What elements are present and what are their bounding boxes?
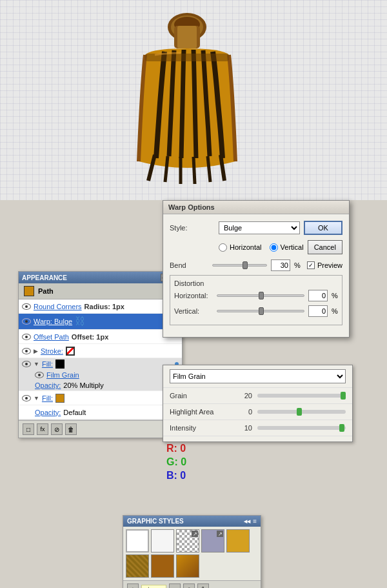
h-dist-input[interactable] [308,290,328,301]
opacity-value: 20% Multiply [63,381,103,389]
gs-import-btn[interactable]: ⊕ [183,583,195,588]
fg-grain-row: Grain 20 [163,388,352,404]
v-dist-pct: % [332,307,338,315]
gs-bottom-toolbar: + straws → ⊕ 🗑 [123,580,261,588]
graphic-styles-panel: GRAPHIC STYLES ◂◂ ≡ ↗ ↗ [123,515,261,588]
row-stroke[interactable]: ▶ Stroke: [19,344,182,358]
fg-grain-slider[interactable] [257,394,346,398]
appearance-path-header: Path ▲ [19,283,182,299]
gs-swatch-1[interactable] [126,529,149,553]
v-dist-label: Vertical: [174,307,213,315]
horizontal-radio[interactable] [219,243,227,252]
row-opacity-default[interactable]: Opacity: Default ▼ [19,405,182,420]
h-dist-row: Horizontal: % [174,290,338,301]
fg-highlight-thumb[interactable] [297,408,302,416]
gs-swatch-7[interactable] [151,554,174,578]
eye-offset-path[interactable] [22,334,31,340]
opacity-default-label[interactable]: Opacity: [22,409,61,416]
round-corners-value: Radius: 1px [84,303,124,310]
gs-swatch-4[interactable]: ↗ [201,529,224,553]
gs-tag-label: straws [141,585,166,589]
delete-btn[interactable]: 🗑 [65,423,77,435]
broom-image [116,6,258,187]
row-warp-bulge[interactable]: Warp: Bulge ⛓ [19,314,182,330]
fill-orange-label[interactable]: Fill: [42,394,53,402]
gs-arrow-btn[interactable]: → [169,583,181,588]
fg-highlight-row: Highlight Area 0 [163,404,352,420]
row-round-corners[interactable]: Round Corners Radius: 1px [19,299,182,314]
fg-intensity-label: Intensity [170,424,228,432]
preview-row: Preview [307,261,342,269]
gs-controls: ◂◂ ≡ [244,518,257,525]
eye-fill-orange[interactable] [22,395,31,401]
rgb-g: G: 0 [166,456,186,469]
fg-intensity-thumb[interactable] [339,424,344,432]
bend-slider-track[interactable] [212,264,267,267]
appearance-panel: APPEARANCE ◂◂ ✕ Path ▲ Round Corners Rad… [18,271,183,438]
v-dist-thumb[interactable] [259,307,264,315]
ok-button[interactable]: OK [304,221,342,235]
film-grain-panel: Film Grain Grain 20 Highlight Area 0 Int… [163,365,353,442]
vertical-radio[interactable] [270,243,278,252]
film-grain-row[interactable]: Film Grain fx [22,371,179,379]
offset-path-label[interactable]: Offset Path [34,333,69,341]
rgb-b: B: 0 [166,469,186,483]
style-select[interactable]: Bulge [219,221,300,234]
fill-black-swatch[interactable] [55,360,64,369]
gs-swatch-8[interactable] [176,554,199,578]
add-effect-btn[interactable]: fx [37,423,48,435]
horizontal-radio-label[interactable]: Horizontal [219,243,262,252]
row-fill-orange[interactable]: ▼ Fill: [19,391,182,405]
gs-swatch-2[interactable] [151,529,174,553]
horizontal-label: Horizontal [230,243,262,251]
preview-checkbox[interactable] [307,261,315,269]
cancel-button[interactable]: Cancel [308,240,342,254]
fg-grain-label: Grain [170,392,228,400]
fg-grain-thumb[interactable] [341,392,346,400]
gs-double-arrow: ◂◂ [244,518,250,525]
fill-black-inner: ▼ Fill: [22,360,179,369]
h-dist-slider[interactable] [217,294,304,297]
fg-intensity-slider[interactable] [257,426,346,430]
opacity-multiply-row[interactable]: Opacity: 20% Multiply [22,381,179,389]
gs-delete-btn[interactable]: 🗑 [197,583,209,588]
gs-titlebar: GRAPHIC STYLES ◂◂ ≡ [123,516,261,527]
eye-fill-black[interactable] [22,361,31,367]
eye-stroke[interactable] [22,348,31,354]
fg-filter-select[interactable]: Film Grain [170,369,346,383]
orientation-row: Horizontal Vertical Cancel [170,240,342,254]
bend-value-input[interactable] [271,259,290,271]
round-corners-label[interactable]: Round Corners [34,303,82,310]
fill-black-label[interactable]: Fill: [42,360,53,368]
eye-film-grain[interactable] [35,372,44,378]
bend-percent: % [294,261,301,269]
warp-bulge-label[interactable]: Warp: Bulge [34,318,72,325]
gs-menu-btn[interactable]: ≡ [253,518,257,525]
gs-swatch-5[interactable] [226,529,250,553]
clear-btn[interactable]: ⊘ [51,423,63,435]
add-new-btn[interactable]: □ [23,423,34,435]
stroke-swatch[interactable] [66,347,75,356]
row-offset-path[interactable]: Offset Path Offset: 1px [19,330,182,344]
fill-orange-arrow: ▼ [34,395,39,401]
gs-add-btn[interactable]: + [127,583,139,588]
v-dist-slider[interactable] [217,310,304,312]
gs-swatches-grid: ↗ ↗ [123,527,261,580]
h-dist-thumb[interactable] [259,292,264,299]
distortion-title: Distortion [174,279,338,287]
film-grain-label[interactable]: Film Grain [46,371,79,379]
gs-swatch-3[interactable]: ↗ [176,529,199,553]
vertical-radio-label[interactable]: Vertical [270,243,304,252]
fg-highlight-label: Highlight Area [170,408,228,416]
path-swatch [24,286,34,296]
eye-round-corners[interactable] [22,303,31,310]
gs-swatch-6[interactable] [126,554,149,578]
v-dist-input[interactable] [308,305,328,317]
preview-label: Preview [317,261,342,269]
fill-orange-swatch[interactable] [55,394,64,403]
eye-warp-bulge[interactable] [22,318,31,325]
stroke-label[interactable]: Stroke: [41,347,63,355]
bend-slider-thumb[interactable] [243,261,248,269]
fg-highlight-slider[interactable] [257,410,346,414]
row-fill-group[interactable]: ▼ Fill: Film Grain fx Opacity: 20% Multi… [19,358,182,391]
